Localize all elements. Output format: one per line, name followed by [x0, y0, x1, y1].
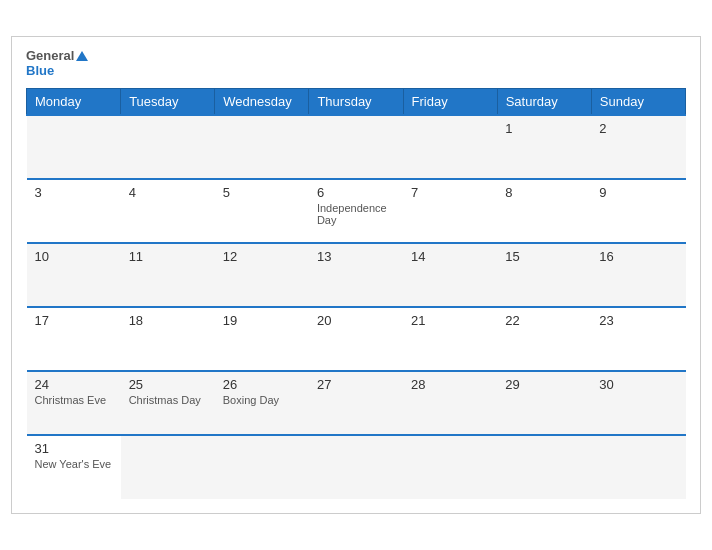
day-number: 19 [223, 313, 301, 328]
calendar-cell: 26Boxing Day [215, 371, 309, 435]
calendar-week-row: 31New Year's Eve [27, 435, 686, 499]
event-label: Christmas Day [129, 394, 207, 406]
calendar-week-row: 17181920212223 [27, 307, 686, 371]
calendar-cell: 18 [121, 307, 215, 371]
calendar-cell [27, 115, 121, 179]
calendar-cell: 6Independence Day [309, 179, 403, 243]
calendar-cell: 27 [309, 371, 403, 435]
calendar-cell: 28 [403, 371, 497, 435]
day-number: 3 [35, 185, 113, 200]
day-number: 26 [223, 377, 301, 392]
day-number: 15 [505, 249, 583, 264]
event-label: Boxing Day [223, 394, 301, 406]
calendar-cell: 5 [215, 179, 309, 243]
weekday-header-thursday: Thursday [309, 88, 403, 115]
day-number: 27 [317, 377, 395, 392]
day-number: 25 [129, 377, 207, 392]
calendar-cell: 8 [497, 179, 591, 243]
day-number: 16 [599, 249, 677, 264]
calendar-cell: 21 [403, 307, 497, 371]
day-number: 4 [129, 185, 207, 200]
calendar-cell: 13 [309, 243, 403, 307]
calendar-week-row: 12 [27, 115, 686, 179]
weekday-header-wednesday: Wednesday [215, 88, 309, 115]
calendar-cell: 23 [591, 307, 685, 371]
calendar-header: General Blue [26, 49, 686, 78]
calendar-cell: 19 [215, 307, 309, 371]
calendar-cell [121, 435, 215, 499]
logo-triangle-icon [76, 51, 88, 61]
day-number: 17 [35, 313, 113, 328]
calendar-cell: 14 [403, 243, 497, 307]
calendar-week-row: 3456Independence Day789 [27, 179, 686, 243]
day-number: 23 [599, 313, 677, 328]
calendar-cell: 15 [497, 243, 591, 307]
calendar-cell [403, 435, 497, 499]
logo-blue-text: Blue [26, 64, 88, 78]
day-number: 28 [411, 377, 489, 392]
calendar-cell: 1 [497, 115, 591, 179]
day-number: 10 [35, 249, 113, 264]
day-number: 2 [599, 121, 677, 136]
day-number: 22 [505, 313, 583, 328]
calendar-cell: 10 [27, 243, 121, 307]
calendar-cell: 29 [497, 371, 591, 435]
calendar-cell: 9 [591, 179, 685, 243]
event-label: New Year's Eve [35, 458, 113, 470]
day-number: 31 [35, 441, 113, 456]
day-number: 11 [129, 249, 207, 264]
day-number: 7 [411, 185, 489, 200]
day-number: 13 [317, 249, 395, 264]
weekday-header-saturday: Saturday [497, 88, 591, 115]
weekday-header-monday: Monday [27, 88, 121, 115]
calendar-cell: 31New Year's Eve [27, 435, 121, 499]
calendar-container: General Blue MondayTuesdayWednesdayThurs… [11, 36, 701, 514]
weekday-header-row: MondayTuesdayWednesdayThursdayFridaySatu… [27, 88, 686, 115]
day-number: 12 [223, 249, 301, 264]
calendar-cell: 2 [591, 115, 685, 179]
day-number: 14 [411, 249, 489, 264]
calendar-cell: 4 [121, 179, 215, 243]
weekday-header-sunday: Sunday [591, 88, 685, 115]
calendar-cell: 24Christmas Eve [27, 371, 121, 435]
calendar-cell [309, 115, 403, 179]
calendar-cell [497, 435, 591, 499]
day-number: 20 [317, 313, 395, 328]
day-number: 24 [35, 377, 113, 392]
day-number: 5 [223, 185, 301, 200]
calendar-cell [403, 115, 497, 179]
calendar-week-row: 24Christmas Eve25Christmas Day26Boxing D… [27, 371, 686, 435]
calendar-week-row: 10111213141516 [27, 243, 686, 307]
calendar-cell [215, 115, 309, 179]
calendar-cell: 25Christmas Day [121, 371, 215, 435]
day-number: 6 [317, 185, 395, 200]
logo-general-text: General [26, 49, 74, 63]
calendar-cell: 22 [497, 307, 591, 371]
calendar-cell: 3 [27, 179, 121, 243]
weekday-header-tuesday: Tuesday [121, 88, 215, 115]
weekday-header-friday: Friday [403, 88, 497, 115]
calendar-cell: 11 [121, 243, 215, 307]
day-number: 1 [505, 121, 583, 136]
calendar-table: MondayTuesdayWednesdayThursdayFridaySatu… [26, 88, 686, 499]
calendar-cell: 7 [403, 179, 497, 243]
day-number: 21 [411, 313, 489, 328]
calendar-cell: 16 [591, 243, 685, 307]
calendar-cell: 20 [309, 307, 403, 371]
day-number: 9 [599, 185, 677, 200]
event-label: Christmas Eve [35, 394, 113, 406]
day-number: 18 [129, 313, 207, 328]
day-number: 30 [599, 377, 677, 392]
calendar-cell [309, 435, 403, 499]
calendar-cell [215, 435, 309, 499]
calendar-cell: 12 [215, 243, 309, 307]
calendar-cell [121, 115, 215, 179]
event-label: Independence Day [317, 202, 395, 226]
day-number: 29 [505, 377, 583, 392]
calendar-cell [591, 435, 685, 499]
day-number: 8 [505, 185, 583, 200]
calendar-cell: 30 [591, 371, 685, 435]
logo: General Blue [26, 49, 88, 78]
calendar-cell: 17 [27, 307, 121, 371]
